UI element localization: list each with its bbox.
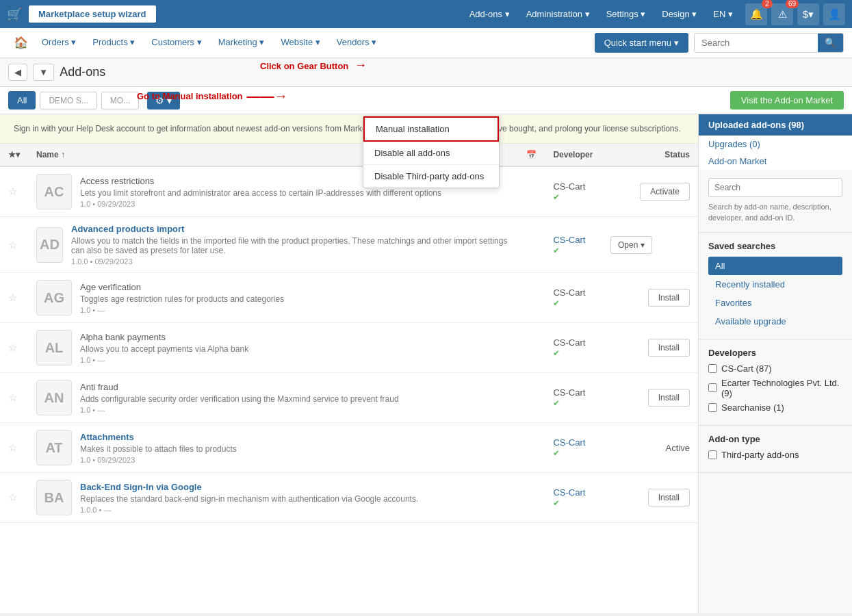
user-button[interactable]: 👤 <box>823 3 845 25</box>
main-layout: Sign in with your Help Desk account to g… <box>0 114 852 613</box>
addon-info-cell: ANAnti fraudAdds configurable security o… <box>28 373 518 422</box>
developer-cs-cart-label: CS-Cart (87) <box>721 363 772 374</box>
favorite-star-button[interactable]: ☆ <box>8 491 17 504</box>
addon-description: Allows you to match the fields in the im… <box>71 236 510 255</box>
developer-link[interactable]: CS-Cart ✔ <box>553 487 585 508</box>
developer-cell: CS-Cart ✔ <box>545 166 602 217</box>
addon-text-info: Anti fraudAdds configurable security ord… <box>80 382 399 414</box>
nav-design[interactable]: Design ▾ <box>655 5 703 23</box>
addon-open-button[interactable]: Open ▾ <box>610 236 652 254</box>
saved-search-available-upgrade[interactable]: Available upgrade <box>708 312 842 331</box>
addon-logo: BA <box>36 480 72 515</box>
table-row: ☆ALAlpha bank paymentsAllows you to acce… <box>0 323 698 373</box>
saved-search-all[interactable]: All <box>708 257 842 275</box>
favorite-star-button[interactable]: ☆ <box>8 441 17 454</box>
calendar-cell <box>518 323 545 373</box>
cart-icon[interactable]: 🛒 <box>7 7 22 22</box>
addon-type-section: Add-on type Third-party add-ons <box>699 426 852 473</box>
sidebar-search-input[interactable] <box>708 178 842 197</box>
filter-demo-s-button[interactable]: DEMO S... <box>40 92 96 110</box>
developer-ecarter-label: Ecarter Technologies Pvt. Ltd. (9) <box>721 378 842 398</box>
quick-start-button[interactable]: Quick start menu ▾ <box>595 33 688 53</box>
dropdown-manual-install[interactable]: Manual installation <box>363 116 499 142</box>
calendar-cell <box>518 166 545 217</box>
star-cell: ☆ <box>0 373 28 423</box>
addon-status-button[interactable]: Install <box>648 289 690 307</box>
status-cell: Install <box>602 373 698 423</box>
status-cell: Open ▾ <box>602 217 698 273</box>
favorite-star-button[interactable]: ☆ <box>8 342 17 354</box>
calendar-cell <box>518 473 545 523</box>
addon-status-button[interactable]: Install <box>648 339 690 357</box>
developer-ecarter-checkbox[interactable] <box>708 383 717 392</box>
nav-addons[interactable]: Add-ons ▾ <box>463 5 517 23</box>
nav-settings[interactable]: Settings ▾ <box>599 5 653 23</box>
addon-description: Lets you limit storefront and administra… <box>80 188 441 198</box>
developer-searchanise-checkbox[interactable] <box>708 403 717 412</box>
addon-description: Makes it possible to attach files to pro… <box>80 444 237 454</box>
addon-text-info: Age verificationToggles age restriction … <box>80 282 284 314</box>
nav-products[interactable]: Products ▾ <box>84 28 143 58</box>
saved-search-recently-installed[interactable]: Recently installed <box>708 275 842 294</box>
nav-orders[interactable]: Orders ▾ <box>34 28 84 58</box>
nav-lang[interactable]: EN ▾ <box>706 5 740 23</box>
nav-marketing[interactable]: Marketing ▾ <box>210 28 273 58</box>
nav-customers[interactable]: Customers ▾ <box>143 28 209 58</box>
addon-market-link[interactable]: Add-on Market <box>699 153 852 170</box>
top-nav-icons: 🔔 2 ⚠ 69 $▾ 👤 <box>745 3 845 25</box>
col-calendar: 📅 <box>518 144 545 166</box>
addon-type-title: Add-on type <box>708 434 842 444</box>
favorite-star-button[interactable]: ☆ <box>8 239 17 251</box>
addon-active-status: Active <box>666 443 690 453</box>
addon-logo: AN <box>36 380 72 415</box>
favorite-star-button[interactable]: ☆ <box>8 392 17 404</box>
addon-status-button[interactable]: Activate <box>640 183 690 201</box>
menu-button[interactable]: ▼ <box>33 64 54 81</box>
addon-name[interactable]: Attachments <box>80 432 237 442</box>
visit-market-button[interactable]: Visit the Add-on Market <box>730 91 844 110</box>
filter-all-button[interactable]: All <box>8 91 36 110</box>
star-sort-icon: ★▾ <box>8 150 20 159</box>
top-navigation: 🛒 Marketplace setup wizard Add-ons ▾ Adm… <box>0 0 852 28</box>
marketplace-wizard-button[interactable]: Marketplace setup wizard <box>29 5 156 23</box>
second-navigation: 🏠 Orders ▾ Products ▾ Customers ▾ Market… <box>0 28 852 58</box>
nav-vendors[interactable]: Vendors ▾ <box>328 28 385 58</box>
table-row: ☆ADAdvanced products importAllows you to… <box>0 217 698 273</box>
currency-button[interactable]: $▾ <box>797 3 819 25</box>
addon-status-button[interactable]: Install <box>648 389 690 407</box>
table-row: ☆AGAge verificationToggles age restricti… <box>0 273 698 323</box>
addon-description: Replaces the standard back-end sign-in m… <box>80 494 418 504</box>
addon-version: 1.0 • — <box>80 406 399 414</box>
search-input[interactable] <box>695 34 818 52</box>
uploaded-addons-header[interactable]: Uploaded add-ons (98) <box>699 114 852 136</box>
upgrades-link[interactable]: Upgrades (0) <box>699 136 852 153</box>
developer-cell: CS-Cart ✔ <box>545 323 602 373</box>
back-button[interactable]: ◀ <box>8 64 27 81</box>
verified-icon: ✔ <box>553 498 560 508</box>
addon-status-button[interactable]: Install <box>648 489 690 506</box>
nav-website[interactable]: Website ▾ <box>272 28 328 58</box>
addon-name[interactable]: Back-End Sign-In via Google <box>80 482 418 492</box>
developer-cs-cart-checkbox[interactable] <box>708 364 717 373</box>
col-star: ★▾ <box>0 144 28 166</box>
favorite-star-button[interactable]: ☆ <box>8 185 17 198</box>
search-button[interactable]: 🔍 <box>818 34 843 52</box>
sidebar-search-hint: Search by add-on name, description, deve… <box>708 203 831 222</box>
content-area: Sign in with your Help Desk account to g… <box>0 114 698 613</box>
filter-bar: Click on Gear Button → All DEMO S... MO.… <box>0 87 852 114</box>
third-party-checkbox[interactable] <box>708 450 717 459</box>
dropdown-disable-all[interactable]: Disable all add-ons <box>363 142 499 165</box>
table-row: ☆ATAttachmentsMakes it possible to attac… <box>0 423 698 473</box>
col-developer: Developer <box>545 144 602 166</box>
gear-dropdown-button[interactable]: ⚙ ▾ <box>147 92 180 110</box>
developer-link[interactable]: CS-Cart ✔ <box>553 437 585 458</box>
addon-version: 1.0.0 • — <box>80 506 418 514</box>
home-button[interactable]: 🏠 <box>8 36 34 50</box>
filter-demo-mo-button[interactable]: MO... <box>101 92 139 110</box>
dropdown-disable-third-party[interactable]: Disable Third-party add-ons <box>363 165 499 188</box>
nav-administration[interactable]: Administration ▾ <box>519 5 597 23</box>
addon-name[interactable]: Advanced products import <box>71 224 510 234</box>
developer-link[interactable]: CS-Cart ✔ <box>553 235 585 255</box>
favorite-star-button[interactable]: ☆ <box>8 292 17 304</box>
saved-search-favorites[interactable]: Favorites <box>708 294 842 312</box>
